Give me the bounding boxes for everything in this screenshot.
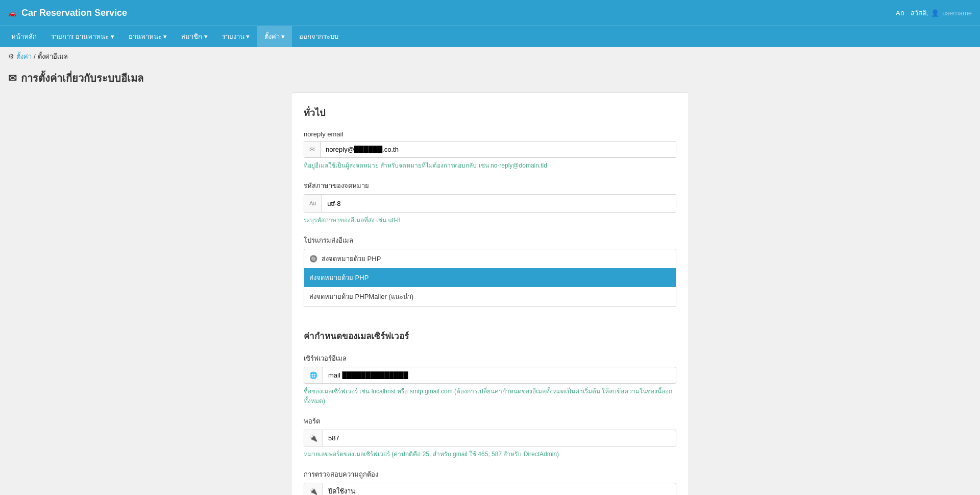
nav-members[interactable]: สมาชิก ▾ xyxy=(174,26,215,47)
nav-logout[interactable]: ออกจากระบบ xyxy=(292,26,346,47)
email-icon: ✉ xyxy=(8,72,17,84)
page-title: การตั้งค่าเกี่ยวกับระบบอีเมล xyxy=(21,70,143,86)
verification-input-wrapper: 🔌 xyxy=(304,483,676,495)
mailer-option-php[interactable]: ส่งจดหมายด้วย PHP xyxy=(304,268,676,287)
noreply-email-input[interactable] xyxy=(321,142,676,157)
mailer-select-display[interactable]: 🔘 ส่งจดหมายด้วย PHP xyxy=(304,249,676,268)
page-header: ✉ การตั้งค่าเกี่ยวกับระบบอีเมล xyxy=(0,66,980,92)
brand: 🚗 Car Reservation Service xyxy=(8,8,127,18)
settings-card: ทั่วไป noreply email ✉ ที่อยู่อีเมลใช้เป… xyxy=(291,92,689,495)
email-input-icon: ✉ xyxy=(304,142,321,157)
mailer-option-phpmailer[interactable]: ส่งจดหมายด้วย PHPMailer (แนะนำ) xyxy=(304,287,676,306)
port-group: พอร์ต 🔌 หมายเลขพอร์ตของเมลเซิร์ฟเวอร์ (ค… xyxy=(304,416,676,459)
dropdown-arrow-icon: ▾ xyxy=(111,33,114,40)
noreply-email-group: noreply email ✉ ที่อยู่อีเมลใช้เป็นผู้ส่… xyxy=(304,130,676,170)
smtp-host-input[interactable] xyxy=(323,367,676,383)
verification-input[interactable] xyxy=(323,483,676,495)
nav-menu: หน้าหลัก รายการ ยานพาหนะ ▾ ยานพาหนะ ▾ สม… xyxy=(0,26,980,47)
smtp-host-input-wrapper: 🌐 xyxy=(304,367,676,384)
port-label: พอร์ต xyxy=(304,416,676,427)
breadcrumb-icon: ⚙ xyxy=(8,53,14,60)
mailer-group: โปรแกรมส่งอีเมล 🔘 ส่งจดหมายด้วย PHP ส่งจ… xyxy=(304,235,676,269)
user-icon: 👤 xyxy=(931,9,939,17)
username: username xyxy=(942,9,972,17)
globe-icon: 🌐 xyxy=(304,367,323,383)
nav-vehicles[interactable]: ยานพาหนะ ▾ xyxy=(121,26,175,47)
noreply-email-label: noreply email xyxy=(304,130,676,138)
top-bar-right: Aถ สวัสดิ, 👤 username xyxy=(896,8,972,18)
nav-home[interactable]: หน้าหลัก xyxy=(4,26,44,47)
smtp-host-label: เซิร์ฟเวอร์อีเมล xyxy=(304,353,676,364)
mailer-dropdown: ส่งจดหมายด้วย PHP ส่งจดหมายด้วย PHPMaile… xyxy=(304,268,676,307)
charset-input[interactable] xyxy=(322,196,676,211)
mailer-label: โปรแกรมส่งอีเมล xyxy=(304,235,676,246)
nav-vehicle-management[interactable]: รายการ ยานพาหนะ ▾ xyxy=(44,26,121,47)
charset-icon: Aถ xyxy=(304,195,322,212)
charset-label: รหัสภาษาของจดหมาย xyxy=(304,180,676,191)
port-hint: หมายเลขพอร์ตของเมลเซิร์ฟเวอร์ (ค่าปกติคื… xyxy=(304,449,676,459)
server-section-title: ค่ากำหนดของเมลเซิร์ฟเวอร์ xyxy=(304,329,676,343)
top-bar: 🚗 Car Reservation Service Aถ สวัสดิ, 👤 u… xyxy=(0,0,980,26)
mailer-selected-value: ส่งจดหมายด้วย PHP xyxy=(322,253,381,264)
charset-input-wrapper: Aถ xyxy=(304,194,676,213)
breadcrumb: ⚙ ตั้งค่า / ตั้งค่าอีเมล xyxy=(0,47,980,66)
user-info: สวัสดิ, 👤 username xyxy=(911,8,972,18)
smtp-host-group: เซิร์ฟเวอร์อีเมล 🌐 ชื่อของเมลเซิร์ฟเวอร์… xyxy=(304,353,676,406)
charset-group: รหัสภาษาของจดหมาย Aถ ระบุรหัสภาษาของอีเม… xyxy=(304,180,676,225)
charset-hint: ระบุรหัสภาษาของอีเมลที่ส่ง เช่น utf-8 xyxy=(304,215,676,225)
font-size-icon[interactable]: Aถ xyxy=(896,8,904,18)
option-phpmailer-label: ส่งจดหมายด้วย PHPMailer (แนะนำ) xyxy=(309,291,413,302)
verification-group: การตรวจสอบความถูกต้อง 🔌 กำหนดวิธีการตรวจ… xyxy=(304,469,676,495)
port-input[interactable] xyxy=(323,430,676,446)
verification-icon: 🔌 xyxy=(304,483,323,495)
port-input-wrapper: 🔌 xyxy=(304,430,676,446)
verification-label: การตรวจสอบความถูกต้อง xyxy=(304,469,676,480)
greeting: สวัสดิ, xyxy=(911,8,928,18)
car-icon: 🚗 xyxy=(8,9,16,17)
nav-reports[interactable]: รายงาน ▾ xyxy=(215,26,257,47)
main-content: ทั่วไป noreply email ✉ ที่อยู่อีเมลใช้เป… xyxy=(0,92,980,495)
noreply-email-input-wrapper: ✉ xyxy=(304,141,676,158)
breadcrumb-settings[interactable]: ตั้งค่า xyxy=(16,51,32,62)
option-php-label: ส่งจดหมายด้วย PHP xyxy=(309,272,369,283)
server-section-divider: ค่ากำหนดของเมลเซิร์ฟเวอร์ xyxy=(304,329,676,343)
smtp-host-hint: ชื่อของเมลเซิร์ฟเวอร์ เช่น localhost หรื… xyxy=(304,386,676,406)
breadcrumb-current: ตั้งค่าอีเมล xyxy=(38,51,68,62)
mailer-select-wrapper[interactable]: 🔘 ส่งจดหมายด้วย PHP ส่งจดหมายด้วย PHP ส่… xyxy=(304,249,676,269)
mailer-select-icon: 🔘 xyxy=(309,255,317,263)
nav-settings[interactable]: ตั้งค่า ▾ xyxy=(257,26,292,47)
breadcrumb-separator: / xyxy=(34,53,36,60)
noreply-email-hint: ที่อยู่อีเมลใช้เป็นผู้ส่งจดหมาย สำหรับจด… xyxy=(304,160,676,170)
general-section-title: ทั่วไป xyxy=(304,105,676,120)
app-title: Car Reservation Service xyxy=(21,8,127,18)
port-icon: 🔌 xyxy=(304,430,323,446)
